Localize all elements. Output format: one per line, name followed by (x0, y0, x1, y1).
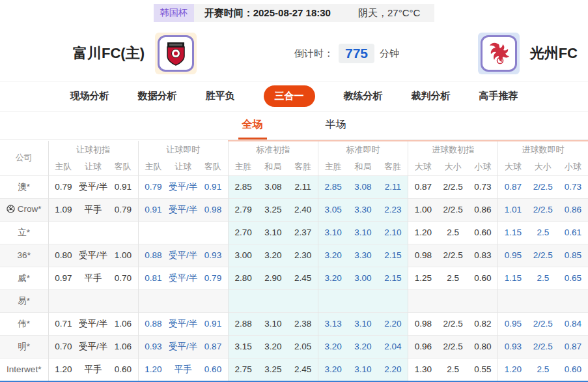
odds-cell: 0.60 (558, 358, 588, 381)
odds-cell: 3.20 (318, 358, 348, 381)
home-team: 富川FC(主) (73, 33, 197, 74)
odds-cell (528, 289, 558, 312)
nav-tab-4[interactable]: 三合一 (264, 85, 315, 107)
odds-cell: 受平/半 (168, 244, 198, 267)
odds-cell: 受平/半 (168, 312, 198, 335)
odds-cell: 1.20 (408, 221, 438, 244)
column-header-company: 公司 (0, 141, 48, 175)
odds-cell (288, 289, 318, 312)
company-cell[interactable]: Interwet* (0, 358, 48, 381)
away-team: 光州FC (478, 33, 578, 74)
kickoff-value: 2025-08-27 18:30 (253, 7, 331, 18)
odds-cell: 平手 (78, 267, 108, 289)
company-cell[interactable]: 威* (0, 267, 48, 289)
odds-cell: 0.84 (558, 312, 588, 335)
odds-cell (258, 289, 288, 312)
group-header-3: 标准初指 (228, 141, 318, 158)
table-row: 易* (0, 289, 588, 312)
company-cell[interactable]: 明* (0, 335, 48, 358)
odds-cell (558, 289, 588, 312)
company-cell[interactable]: 立* (0, 221, 48, 244)
odds-cell: 2.45 (288, 358, 318, 381)
odds-cell: 0.79 (48, 175, 78, 198)
odds-cell: 受平/半 (78, 244, 108, 267)
odds-cell: 0.65 (558, 267, 588, 289)
sub-header: 客队 (108, 158, 138, 175)
company-cell[interactable]: 易* (0, 289, 48, 312)
odds-cell (198, 221, 228, 244)
odds-cell: 0.60 (468, 221, 498, 244)
company-cell[interactable]: 伟* (0, 312, 48, 335)
table-row: 威*0.97平手0.700.81受平/半0.792.802.902.453.20… (0, 267, 588, 289)
odds-cell: 0.70 (108, 267, 138, 289)
odds-cell: 0.83 (468, 244, 498, 267)
odds-cell (318, 289, 348, 312)
odds-cell: 0.87 (498, 175, 528, 198)
odds-cell: 受平/半 (78, 312, 108, 335)
odds-cell: 3.25 (258, 358, 288, 381)
home-crest-icon (163, 40, 188, 66)
odds-cell: 2.05 (288, 335, 318, 358)
group-header-4: 标准即时 (318, 141, 408, 158)
odds-cell (48, 289, 78, 312)
sub-header: 主胜 (318, 158, 348, 175)
odds-cell: 0.98 (198, 198, 228, 221)
odds-cell: 2/2.5 (528, 244, 558, 267)
odds-cell: 2.10 (378, 221, 408, 244)
odds-cell: 2/2.5 (438, 244, 468, 267)
odds-cell: 3.00 (348, 267, 378, 289)
odds-cell: 2.75 (228, 358, 258, 381)
home-team-name: 富川FC(主) (73, 44, 145, 63)
away-crest-icon (486, 40, 512, 66)
company-cell[interactable]: 36* (0, 244, 48, 267)
sub-header: 让球 (78, 158, 108, 175)
nav-tab-2[interactable]: 数据分析 (138, 90, 177, 102)
sub-header: 大球 (408, 158, 438, 175)
sub-header: 小球 (468, 158, 498, 175)
odds-cell (78, 221, 108, 244)
odds-cell: 0.97 (48, 267, 78, 289)
company-cell[interactable]: Crow* (0, 198, 48, 221)
odds-cell: 1.09 (48, 198, 78, 221)
odds-cell: 1.20 (138, 358, 168, 381)
odds-cell: 0.91 (108, 175, 138, 198)
odds-cell: 0.88 (138, 312, 168, 335)
subtab-2[interactable]: 半场 (322, 111, 350, 140)
odds-cell: 0.79 (108, 198, 138, 221)
odds-cell: 0.61 (558, 221, 588, 244)
sub-header: 让球 (168, 158, 198, 175)
company-cell[interactable]: 澳* (0, 175, 48, 198)
league-badge[interactable]: 韩国杯 (154, 4, 194, 22)
odds-cell: 2.70 (228, 221, 258, 244)
odds-cell: 2.79 (228, 198, 258, 221)
odds-cell: 3.20 (258, 335, 288, 358)
odds-cell: 3.10 (348, 221, 378, 244)
nav-tab-1[interactable]: 现场分析 (70, 90, 109, 102)
odds-cell (438, 289, 468, 312)
odds-cell: 2/2.5 (528, 198, 558, 221)
nav-tab-3[interactable]: 胜平负 (206, 90, 235, 102)
sub-header: 客胜 (288, 158, 318, 175)
odds-cell: 受平/半 (78, 175, 108, 198)
period-subtabs: 全场半场 (0, 111, 588, 140)
nav-tab-5[interactable]: 教练分析 (344, 90, 383, 102)
odds-cell: 1.25 (408, 267, 438, 289)
sub-header: 和局 (258, 158, 288, 175)
odds-cell: 3.08 (258, 175, 288, 198)
sub-header: 小球 (558, 158, 588, 175)
subtab-1[interactable]: 全场 (238, 111, 267, 140)
nav-tab-7[interactable]: 高手推荐 (479, 90, 518, 102)
odds-cell: 0.81 (138, 267, 168, 289)
odds-cell: 2.04 (378, 335, 408, 358)
odds-table: 公司让球初指让球即时标准初指标准即时进球数初指进球数即时主队让球客队主队让球客队… (0, 140, 588, 381)
odds-cell (168, 289, 198, 312)
table-row: 伟*0.71受平/半1.060.88受平/半0.912.883.102.383.… (0, 312, 588, 335)
nav-tab-6[interactable]: 裁判分析 (412, 90, 451, 102)
odds-cell: 2/2.5 (438, 335, 468, 358)
odds-cell: 1.06 (108, 312, 138, 335)
odds-cell (498, 289, 528, 312)
odds-cell: 0.96 (408, 335, 438, 358)
match-header: 富川FC(主) 倒计时： 775 分钟 (0, 26, 588, 81)
odds-cell: 2.11 (288, 175, 318, 198)
odds-cell: 3.13 (318, 312, 348, 335)
